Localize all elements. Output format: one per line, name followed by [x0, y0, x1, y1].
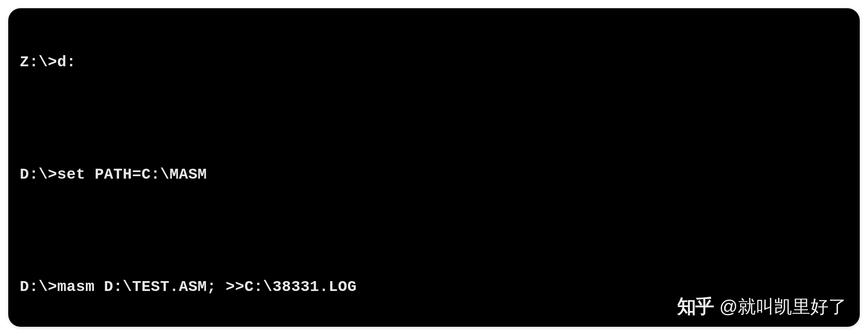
watermark: 知乎 @就叫凯里好了	[677, 294, 847, 319]
terminal-output: Z:\>d: D:\>set PATH=C:\MASM D:\>masm D:\…	[20, 16, 848, 327]
terminal-line	[20, 222, 848, 241]
watermark-author: @就叫凯里好了	[719, 295, 847, 319]
terminal-window[interactable]: Z:\>d: D:\>set PATH=C:\MASM D:\>masm D:\…	[8, 8, 860, 327]
terminal-line	[20, 109, 848, 128]
terminal-line: Z:\>d:	[20, 53, 848, 72]
zhihu-logo: 知乎	[677, 294, 713, 319]
terminal-line: D:\>set PATH=C:\MASM	[20, 165, 848, 184]
